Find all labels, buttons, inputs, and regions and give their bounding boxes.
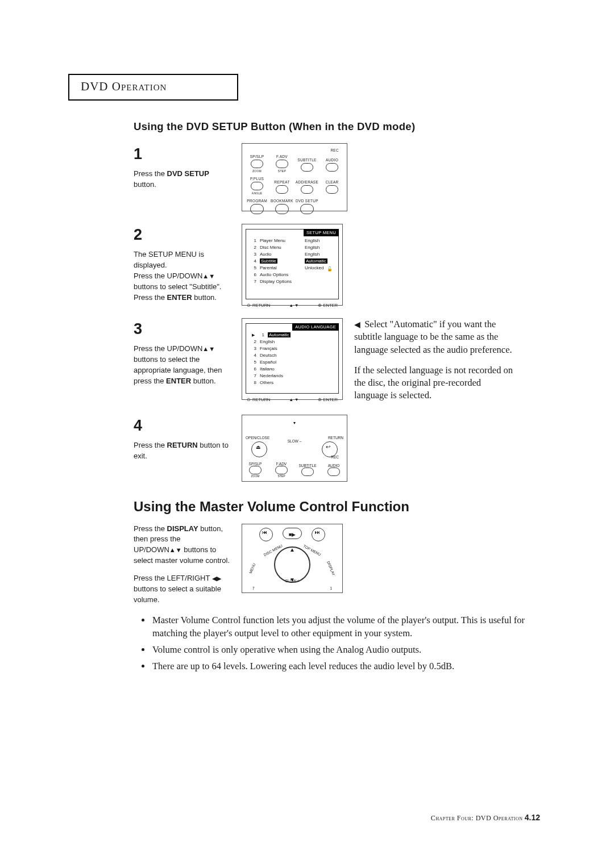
updown-icon: ▲ ▼ <box>289 303 298 308</box>
bullet-item: Volume control is only operative when us… <box>151 643 549 656</box>
return-icon: ⊙ <box>247 303 251 308</box>
audio-lang-item[interactable]: 1Automatic <box>252 332 335 339</box>
enter-icon: ⊕ <box>318 303 322 308</box>
enter-icon: ⊕ <box>318 397 322 402</box>
audio-lang-item[interactable]: 6Italiano <box>252 366 335 373</box>
chapter-header: DVD Operation <box>68 74 238 101</box>
section-title-1: Using the DVD SETUP Button (When in the … <box>134 120 551 133</box>
zoom-button[interactable] <box>249 466 262 474</box>
left-triangle-icon <box>354 319 362 329</box>
volume-row: Press the DISPLAY button, then press the… <box>134 524 551 606</box>
audio-language-panel: AUDIO LANGUAGE 1Automatic2English3França… <box>242 318 343 400</box>
setup-menu-item[interactable]: 4SubtitleAutomatic <box>252 258 335 265</box>
bullet-item: Master Volume Control function lets you … <box>151 614 549 640</box>
prev-button[interactable] <box>259 528 273 541</box>
subtitle-button[interactable] <box>301 163 313 172</box>
audio-lang-item[interactable]: 4Deutsch <box>252 352 335 359</box>
section-title-2: Using the Master Volume Control Function <box>134 499 551 515</box>
stop-play-button[interactable] <box>283 528 302 539</box>
leftright-icon: ◀▶ <box>212 575 221 582</box>
step-button[interactable] <box>276 160 288 168</box>
setup-menu-item[interactable]: 5ParentalUnlocked <box>252 265 335 272</box>
audio-lang-item[interactable]: 5Español <box>252 359 335 366</box>
audio-button[interactable] <box>326 163 338 172</box>
audio-lang-item[interactable]: 2English <box>252 339 335 345</box>
next-button[interactable] <box>312 528 325 541</box>
dvdsetup-button[interactable] <box>300 204 314 214</box>
step-2-text: 2 The SETUP MENU is displayed. Press the… <box>134 224 230 303</box>
steps: 1 Press the DVD SETUP button. REC SP/SLP… <box>134 143 551 482</box>
unlocked-icon <box>327 266 333 270</box>
step-3-note: Select "Automatic" if you want the subti… <box>354 318 513 402</box>
bullet-item: There are up to 64 levels. Lowering each… <box>151 660 549 673</box>
setup-menu-item[interactable]: 3AudioEnglish <box>252 251 335 258</box>
step-1: 1 Press the DVD SETUP button. REC SP/SLP… <box>134 143 551 211</box>
step-button[interactable] <box>275 466 288 474</box>
audio-lang-item[interactable]: 7Nederlands <box>252 373 335 379</box>
angle-button[interactable] <box>251 182 263 190</box>
clear-button[interactable] <box>326 185 338 194</box>
return-icon: ⊙ <box>247 397 251 402</box>
step-1-number: 1 <box>134 143 230 165</box>
step-1-text: 1 Press the DVD SETUP button. <box>134 143 230 190</box>
step-4-text: 4 Press the RETURN button to exit. <box>134 415 230 462</box>
page-footer: Chapter Four: DVD Operation 4.12 <box>431 813 540 823</box>
step-3-text: 3 Press the UP/DOWN▲▼ buttons to select … <box>134 318 230 387</box>
updown-icon: ▲▼ <box>202 273 215 279</box>
rec-label: REC <box>244 147 345 153</box>
page: DVD Operation Using the DVD SETUP Button… <box>0 0 614 868</box>
remote-panel-1: REC SP/SLPZOOM F.ADVSTEP SUBTITLE AUDIO … <box>242 143 347 211</box>
setup-menu-title: SETUP MENU <box>304 229 339 236</box>
audio-lang-item[interactable]: 3Français <box>252 345 335 352</box>
subtitle-button[interactable] <box>301 468 314 476</box>
bookmark-button[interactable] <box>275 204 289 214</box>
updown-icon: ▲ ▼ <box>289 397 298 402</box>
volume-instructions: Press the DISPLAY button, then press the… <box>134 524 230 606</box>
program-button[interactable] <box>250 204 264 214</box>
audio-button[interactable] <box>327 468 340 476</box>
zoom-button[interactable] <box>251 160 263 168</box>
audio-lang-title: AUDIO LANGUAGE <box>292 323 339 331</box>
step-3-number: 3 <box>134 318 230 340</box>
setup-menu-item[interactable]: 7Display Options <box>252 278 335 285</box>
chapter-header-text: DVD Operation <box>81 80 167 93</box>
open-close-button[interactable] <box>251 441 267 457</box>
setup-menu-item[interactable]: 1Player MenuEnglish <box>252 237 335 244</box>
step-2-number: 2 <box>134 224 230 246</box>
audio-lang-item[interactable]: 8Others <box>252 379 335 386</box>
setup-menu-panel: SETUP MENU 1Player MenuEnglish2Disc Menu… <box>242 224 343 306</box>
adderase-button[interactable] <box>301 185 313 194</box>
bullet-list: Master Volume Control function lets you … <box>142 614 549 673</box>
repeat-button[interactable] <box>276 185 288 194</box>
step-4: 4 Press the RETURN button to exit. ▼ OPE… <box>134 415 551 482</box>
remote-panel-volume: ▲▼ DISC MENU TOP MENU MENU DISPLAY SLOW … <box>242 524 343 593</box>
step-3: 3 Press the UP/DOWN▲▼ buttons to select … <box>134 318 551 402</box>
step-4-number: 4 <box>134 415 230 437</box>
setup-menu-item[interactable]: 6Audio Options <box>252 272 335 278</box>
remote-panel-4: ▼ OPEN/CLOSE RETURN SLOW – REC SP/SLPZOO… <box>242 415 347 482</box>
updown-icon: ▲▼ <box>169 546 182 553</box>
setup-menu-item[interactable]: 2Disc MenuEnglish <box>252 244 335 251</box>
step-2: 2 The SETUP MENU is displayed. Press the… <box>134 224 551 306</box>
updown-icon: ▲▼ <box>202 345 215 352</box>
dpad[interactable]: ▲▼ <box>274 546 310 583</box>
